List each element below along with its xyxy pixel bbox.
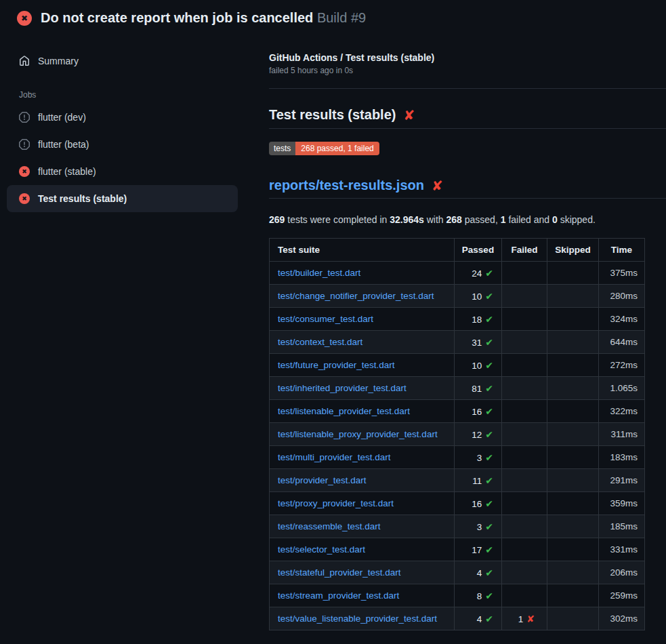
time-cell: 183ms — [599, 446, 645, 469]
time-cell: 375ms — [599, 262, 645, 285]
check-icon: ✔ — [485, 291, 493, 302]
skipped-cell — [547, 515, 599, 538]
time-cell: 1.065s — [599, 377, 645, 400]
check-icon: ✔ — [485, 590, 493, 601]
passed-count: 11 — [472, 476, 482, 486]
sidebar: Summary Jobs flutter (dev)flutter (beta)… — [0, 35, 254, 212]
skipped-cell — [547, 308, 599, 331]
skipped-cell — [547, 469, 599, 492]
failed-cell — [502, 285, 547, 308]
workflow-run-title: Do not create report when job is cancell… — [41, 10, 313, 25]
table-row: test/reassemble_test.dart3✔185ms — [270, 515, 645, 538]
suite-link[interactable]: test/stream_provider_test.dart — [278, 590, 399, 601]
suite-link[interactable]: test/consumer_test.dart — [278, 314, 373, 324]
suite-cell: test/listenable_proxy_provider_test.dart — [270, 423, 455, 446]
failed-x-icon: ✘ — [403, 108, 415, 122]
sidebar-item-test-results-stable[interactable]: ✖Test results (stable) — [7, 185, 238, 212]
suite-cell: test/change_notifier_provider_test.dart — [270, 285, 455, 308]
suite-link[interactable]: test/context_test.dart — [278, 337, 362, 347]
passed-cell: 18✔ — [455, 308, 502, 331]
skipped-cell — [547, 492, 599, 515]
table-row: test/consumer_test.dart18✔324ms — [270, 308, 645, 331]
sidebar-item-flutter-beta[interactable]: flutter (beta) — [7, 131, 238, 158]
suite-cell: test/provider_test.dart — [270, 469, 455, 492]
suite-cell: test/listenable_provider_test.dart — [270, 400, 455, 423]
time-cell: 322ms — [599, 400, 645, 423]
skipped-cell — [547, 607, 599, 630]
table-row: test/builder_test.dart24✔375ms — [270, 262, 645, 285]
passed-count: 10 — [472, 361, 482, 371]
check-icon: ✔ — [485, 613, 493, 624]
tests-badge: tests 268 passed, 1 failed — [269, 142, 379, 155]
jobs-section-label: Jobs — [19, 90, 238, 100]
suite-link[interactable]: test/selector_test.dart — [278, 544, 365, 555]
passed-cell: 4✔ — [455, 561, 502, 584]
suite-link[interactable]: test/provider_test.dart — [278, 475, 367, 485]
report-file-link[interactable]: reports/test-results.json — [269, 178, 424, 193]
failed-cell — [502, 423, 547, 446]
skipped-cell — [547, 538, 599, 561]
skipped-cell — [547, 285, 599, 308]
check-icon: ✔ — [485, 452, 493, 463]
check-icon: ✔ — [485, 360, 493, 371]
passed-count: 16 — [472, 407, 482, 417]
table-row: test/stateful_provider_test.dart4✔206ms — [270, 561, 645, 584]
main-content: GitHub Actions / Test results (stable) f… — [254, 35, 666, 630]
suite-cell: test/multi_provider_test.dart — [270, 446, 455, 469]
passed-cell: 24✔ — [455, 262, 502, 285]
time-cell: 185ms — [599, 515, 645, 538]
suite-cell: test/reassemble_test.dart — [270, 515, 455, 538]
failed-icon: ✖ — [19, 166, 30, 177]
suite-link[interactable]: test/change_notifier_provider_test.dart — [278, 291, 434, 301]
home-icon — [19, 56, 30, 66]
suite-link[interactable]: test/proxy_provider_test.dart — [278, 498, 394, 508]
passed-count: 16 — [472, 499, 482, 509]
suite-link[interactable]: test/future_provider_test.dart — [278, 360, 395, 370]
time-cell: 311ms — [599, 423, 645, 446]
suite-link[interactable]: test/listenable_provider_test.dart — [278, 406, 410, 416]
failed-cell — [502, 262, 547, 285]
time-cell: 331ms — [599, 538, 645, 561]
failed-cell — [502, 354, 547, 377]
failed-cell — [502, 584, 547, 607]
time-cell: 359ms — [599, 492, 645, 515]
failed-cell — [502, 469, 547, 492]
check-icon: ✔ — [485, 567, 493, 578]
time-cell: 206ms — [599, 561, 645, 584]
suite-link[interactable]: test/listenable_proxy_provider_test.dart — [278, 429, 438, 439]
sidebar-item-summary[interactable]: Summary — [7, 49, 238, 73]
failed-cell — [502, 515, 547, 538]
summary-number: 0 — [552, 214, 558, 225]
suite-link[interactable]: test/builder_test.dart — [278, 268, 360, 278]
passed-cell: 11✔ — [455, 469, 502, 492]
suite-link[interactable]: test/value_listenable_provider_test.dart — [278, 613, 437, 624]
table-row: test/future_provider_test.dart10✔272ms — [270, 354, 645, 377]
passed-count: 24 — [472, 268, 482, 279]
sidebar-item-flutter-stable[interactable]: ✖flutter (stable) — [7, 158, 238, 185]
suite-cell: test/selector_test.dart — [270, 538, 455, 561]
build-number: Build #9 — [317, 10, 366, 25]
table-row: test/listenable_provider_test.dart16✔322… — [270, 400, 645, 423]
time-cell: 324ms — [599, 308, 645, 331]
failed-cell — [502, 377, 547, 400]
table-header: Test suitePassedFailedSkippedTime — [270, 239, 645, 262]
passed-cell: 10✔ — [455, 354, 502, 377]
page-header: ✖ Do not create report when job is cance… — [0, 0, 666, 35]
summary-number: 268 — [446, 214, 462, 225]
table-row: test/stream_provider_test.dart8✔259ms — [270, 584, 645, 607]
time-cell: 302ms — [599, 607, 645, 630]
summary-number: 1 — [501, 214, 506, 225]
passed-cell: 8✔ — [455, 584, 502, 607]
skipped-cell — [547, 446, 599, 469]
passed-cell: 17✔ — [455, 538, 502, 561]
sidebar-item-flutter-dev[interactable]: flutter (dev) — [7, 104, 238, 131]
section-heading: Test results (stable) ✘ — [269, 107, 666, 129]
job-label: Test results (stable) — [38, 193, 127, 204]
suite-link[interactable]: test/stateful_provider_test.dart — [278, 567, 401, 578]
passed-count: 4 — [477, 568, 482, 578]
passed-cell: 10✔ — [455, 285, 502, 308]
suite-link[interactable]: test/reassemble_test.dart — [278, 521, 381, 531]
page-layout: Summary Jobs flutter (dev)flutter (beta)… — [0, 35, 666, 630]
suite-link[interactable]: test/multi_provider_test.dart — [278, 452, 391, 462]
suite-link[interactable]: test/inherited_provider_test.dart — [278, 383, 407, 393]
